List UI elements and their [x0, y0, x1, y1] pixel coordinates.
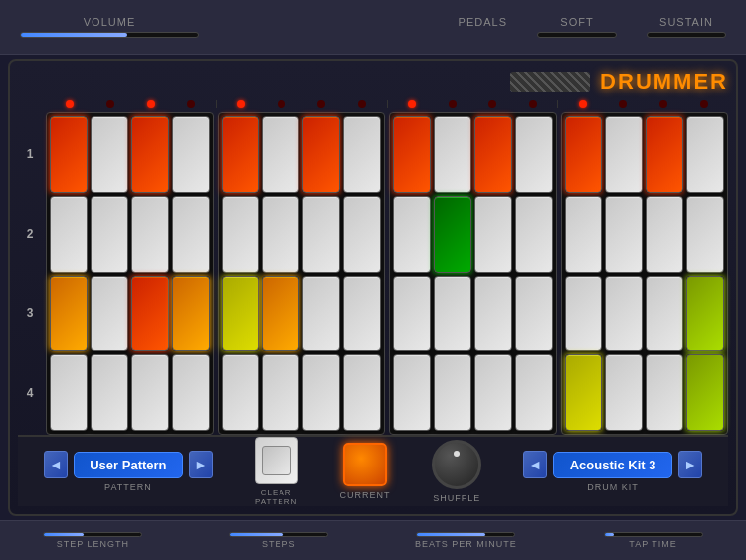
pad[interactable] — [91, 196, 128, 273]
pad[interactable] — [222, 196, 260, 273]
current-button[interactable] — [343, 443, 387, 486]
pad[interactable] — [91, 354, 128, 431]
pad[interactable] — [434, 276, 471, 352]
pad[interactable] — [131, 276, 169, 352]
steps-slider[interactable] — [229, 532, 328, 537]
tap-time-slider[interactable] — [604, 532, 703, 537]
pad[interactable] — [302, 276, 340, 352]
pad[interactable] — [515, 116, 553, 193]
pad[interactable] — [222, 276, 260, 352]
pad[interactable] — [302, 196, 340, 273]
pad[interactable] — [646, 276, 683, 352]
pad[interactable] — [565, 196, 603, 273]
pad[interactable] — [172, 196, 210, 273]
pattern-next-button[interactable]: ► — [189, 451, 213, 478]
pad[interactable] — [343, 196, 381, 273]
kit-prev-button[interactable]: ◄ — [523, 451, 547, 478]
clear-pattern-control: CLEAR PATTERN — [255, 437, 298, 506]
pad[interactable] — [302, 354, 340, 431]
pad[interactable] — [434, 116, 471, 193]
row-label-4: 4 — [18, 386, 42, 400]
pad[interactable] — [131, 354, 169, 431]
pad[interactable] — [605, 276, 643, 352]
pad[interactable] — [686, 116, 724, 193]
clear-pattern-icon — [262, 446, 291, 475]
pad[interactable] — [343, 276, 381, 352]
pad-row — [222, 116, 382, 193]
pad[interactable] — [172, 116, 210, 193]
pad[interactable] — [262, 116, 299, 193]
pad-grid-area: 1 2 3 4 — [18, 112, 728, 435]
pad[interactable] — [474, 116, 512, 193]
pad[interactable] — [343, 116, 381, 193]
pad[interactable] — [474, 276, 512, 352]
sustain-slider[interactable] — [647, 32, 726, 38]
drummer-title: DRUMMER — [600, 69, 728, 94]
pad[interactable] — [172, 276, 210, 352]
volume-slider[interactable] — [20, 32, 199, 38]
pad[interactable] — [302, 116, 340, 193]
pad[interactable] — [515, 196, 553, 273]
pad-row — [222, 354, 382, 431]
row-label-3: 3 — [18, 306, 42, 320]
pad[interactable] — [515, 354, 553, 431]
led — [106, 100, 114, 108]
pad[interactable] — [262, 196, 299, 273]
soft-slider[interactable] — [537, 32, 617, 38]
pad[interactable] — [131, 196, 169, 273]
pad[interactable] — [393, 354, 431, 431]
pad[interactable] — [172, 354, 210, 431]
sustain-pedal: SUSTAIN — [647, 16, 726, 38]
pad[interactable] — [565, 354, 603, 431]
pad-row — [393, 196, 553, 273]
pad[interactable] — [565, 276, 603, 352]
pad[interactable] — [50, 116, 88, 193]
pad[interactable] — [565, 116, 603, 193]
kit-next-button[interactable]: ► — [678, 451, 702, 478]
pad[interactable] — [50, 354, 88, 431]
pad[interactable] — [686, 196, 724, 273]
led — [358, 100, 366, 108]
pad[interactable] — [393, 196, 431, 273]
pad[interactable] — [434, 196, 471, 273]
sustain-label: SUSTAIN — [659, 16, 713, 28]
volume-section: VOLUME — [20, 16, 199, 38]
pad[interactable] — [474, 354, 512, 431]
pad[interactable] — [50, 196, 88, 273]
led-group-3 — [388, 100, 559, 108]
pad[interactable] — [646, 116, 683, 193]
led — [449, 100, 457, 108]
pad[interactable] — [646, 196, 683, 273]
pad[interactable] — [605, 354, 643, 431]
pad[interactable] — [646, 354, 683, 431]
pad[interactable] — [91, 276, 128, 352]
led-group-4 — [558, 100, 728, 108]
pad[interactable] — [393, 276, 431, 352]
pad[interactable] — [343, 354, 381, 431]
bpm-slider[interactable] — [416, 532, 515, 537]
pad[interactable] — [91, 116, 128, 193]
step-length-slider[interactable] — [43, 532, 142, 537]
pad[interactable] — [131, 116, 169, 193]
pad[interactable] — [605, 116, 643, 193]
pad[interactable] — [222, 116, 260, 193]
led — [488, 100, 496, 108]
pad[interactable] — [474, 196, 512, 273]
pad[interactable] — [686, 354, 724, 431]
pad[interactable] — [50, 276, 88, 352]
pad[interactable] — [605, 196, 643, 273]
row-labels: 1 2 3 4 — [18, 112, 42, 435]
pad[interactable] — [686, 276, 724, 352]
pad-row — [393, 354, 553, 431]
shuffle-knob[interactable] — [432, 440, 481, 489]
pad[interactable] — [434, 354, 471, 431]
pad[interactable] — [393, 116, 431, 193]
pad-row — [222, 276, 382, 352]
pad[interactable] — [515, 276, 553, 352]
pad[interactable] — [222, 354, 260, 431]
pad[interactable] — [262, 276, 299, 352]
pattern-prev-button[interactable]: ◄ — [44, 451, 68, 478]
led-indicator-row — [46, 100, 728, 108]
clear-pattern-button[interactable] — [255, 437, 298, 484]
pad[interactable] — [262, 354, 299, 431]
